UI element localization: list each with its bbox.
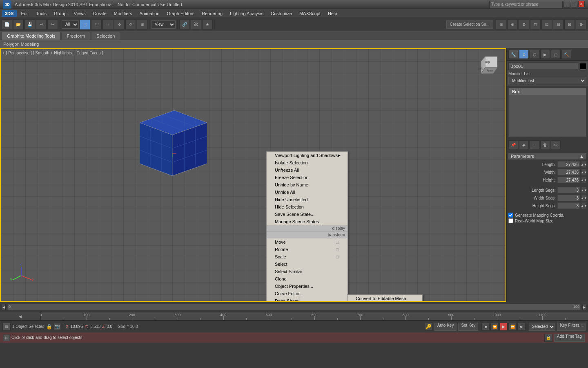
search-box[interactable]: Type a keyword or phrase [489, 1, 563, 8]
menu-group[interactable]: Group [51, 10, 70, 17]
command-panel-motion[interactable]: ▶ [540, 50, 550, 59]
menu-customize[interactable]: Customize [267, 10, 295, 17]
menu-maxscript[interactable]: MAXScript [296, 10, 324, 17]
select-btn[interactable]: ▢ [80, 19, 90, 30]
view-select[interactable]: View [151, 20, 176, 29]
selected-dropdown[interactable]: Selected [529, 323, 555, 331]
link-btn[interactable]: 🔗 [179, 19, 190, 30]
ctx-unfreeze-all[interactable]: Unfreeze All [267, 166, 347, 174]
close-btn[interactable]: ✕ [578, 1, 585, 7]
config-sets-btn[interactable]: ⚙ [551, 140, 561, 149]
auto-key-btn[interactable]: Auto Key [434, 323, 457, 331]
menu-animation[interactable]: Animation [136, 10, 163, 17]
command-panel-utilities[interactable]: 🔨 [561, 50, 571, 59]
ctx-rotate[interactable]: Rotate ▢ [267, 246, 347, 253]
tab-selection[interactable]: Selection [91, 32, 120, 40]
toolbar-extra1[interactable]: ⊞ [496, 19, 506, 30]
key-filters-btn[interactable]: Key Filters... [557, 323, 586, 331]
width-segs-input[interactable] [557, 195, 580, 201]
height-segs-spinner[interactable]: ▲▼ [581, 202, 586, 209]
tab-graphite-modeling[interactable]: Graphite Modeling Tools [2, 32, 60, 40]
main-viewport[interactable]: + [ Perspective ] [ Smooth + Highlights … [0, 48, 506, 302]
toolbar-extra2[interactable]: ⊕ [507, 19, 518, 30]
length-segs-spinner[interactable]: ▲▼ [581, 187, 586, 193]
menu-graph-editors[interactable]: Graph Editors [163, 10, 198, 17]
show-result-btn[interactable]: ◈ [519, 140, 529, 149]
command-panel-create[interactable]: 🔧 [508, 50, 518, 59]
ctx-save-scene[interactable]: Save Scene State... [267, 211, 347, 218]
command-panel-hierarchy[interactable]: ⬡ [530, 50, 539, 59]
add-time-tag-btn[interactable]: Add Time Tag [554, 334, 585, 342]
width-input[interactable] [557, 169, 580, 175]
ctx-isolate-selection[interactable]: Isolate Selection [267, 159, 347, 166]
remove-modifier-btn[interactable]: 🗑 [540, 140, 550, 149]
ctx-object-properties[interactable]: Object Properties... [267, 283, 347, 290]
toolbar-extra6[interactable]: ⊟ [553, 19, 564, 30]
set-key-btn[interactable]: Set Key [458, 323, 478, 331]
menu-lighting[interactable]: Lighting Analysis [227, 10, 267, 17]
make-unique-btn[interactable]: ⬦ [530, 140, 539, 149]
timeline-next-btn[interactable]: ▶ [582, 304, 586, 310]
modifier-dropdown[interactable]: Modifier List [508, 77, 586, 84]
save-btn[interactable]: 💾 [24, 19, 35, 30]
toolbar-extra3[interactable]: ⊗ [519, 19, 529, 30]
ctx-clone[interactable]: Clone [267, 275, 347, 283]
length-segs-input[interactable] [557, 187, 580, 193]
maximize-btn[interactable]: □ [571, 1, 577, 7]
timeline-track[interactable]: 0 100 [7, 304, 581, 310]
ctx-select[interactable]: Select [267, 260, 347, 268]
ctx-convert-mesh[interactable]: Convert to Editable Mesh [347, 295, 422, 302]
cube-object[interactable] [140, 98, 207, 180]
toolbar-extra4[interactable]: ◻ [530, 19, 541, 30]
menu-rendering[interactable]: Rendering [198, 10, 226, 17]
height-input[interactable] [557, 177, 580, 183]
command-panel-display[interactable]: ◻ [551, 50, 561, 59]
anim-prev-btn[interactable]: ⏪ [490, 323, 499, 331]
ctx-curve-editor[interactable]: Curve Editor... [267, 290, 347, 297]
rotate-btn[interactable]: ↻ [125, 19, 136, 30]
gen-mapping-checkbox[interactable] [508, 213, 513, 218]
anim-first-btn[interactable]: ⏮ [481, 323, 490, 331]
filter-select[interactable]: All [62, 20, 79, 29]
open-btn[interactable]: 📂 [13, 19, 24, 30]
width-segs-spinner[interactable]: ▲▼ [581, 195, 586, 201]
ctx-unhide-by-name[interactable]: Unhide by Name [267, 181, 347, 188]
width-spinner[interactable]: ▲▼ [581, 169, 586, 175]
circle-select-btn[interactable]: ○ [102, 19, 113, 30]
menu-create[interactable]: Create [90, 10, 110, 17]
unlink-btn[interactable]: ⛓ [191, 19, 201, 30]
command-panel-modify[interactable]: ⚙ [519, 50, 529, 59]
menu-modifiers[interactable]: Modifiers [111, 10, 136, 17]
anim-next-btn[interactable]: ⏩ [508, 323, 517, 331]
scale-btn[interactable]: ⊞ [137, 19, 147, 30]
object-color-box[interactable] [580, 63, 586, 70]
ctx-freeze-selection[interactable]: Freeze Selection [267, 174, 347, 181]
length-input[interactable] [557, 161, 580, 168]
ctx-move[interactable]: Move ▢ [267, 238, 347, 246]
ctx-hide-unselected[interactable]: Hide Unselected [267, 196, 347, 203]
ctx-viewport-lighting[interactable]: Viewport Lighting and Shadows ▶ [267, 152, 347, 159]
menu-tools[interactable]: Tools [33, 10, 50, 17]
nav-cube[interactable]: Top Front Left [473, 53, 501, 82]
params-collapse-icon[interactable]: ▲ [579, 154, 584, 159]
menu-3ds[interactable]: 3DS [2, 10, 17, 17]
redo-btn[interactable]: ↪ [47, 19, 58, 30]
toolbar-extra5[interactable]: ⊡ [541, 19, 552, 30]
timeline-prev-btn[interactable]: ◀ [2, 304, 6, 310]
height-segs-input[interactable] [557, 202, 580, 209]
length-spinner[interactable]: ▲▼ [581, 161, 586, 168]
create-selection-set[interactable]: Create Selection Se... [446, 20, 493, 29]
object-name-input[interactable] [508, 63, 578, 70]
ctx-dope-sheet[interactable]: Dope Sheet... [267, 297, 347, 302]
rect-select-btn[interactable]: ⬚ [91, 19, 102, 30]
menu-views[interactable]: Views [71, 10, 89, 17]
toolbar-extra8[interactable]: ⊕ [576, 19, 586, 30]
height-spinner[interactable]: ▲▼ [581, 177, 586, 183]
new-btn[interactable]: 📄 [2, 19, 12, 30]
undo-btn[interactable]: ↩ [36, 19, 47, 30]
menu-help[interactable]: Help [325, 10, 341, 17]
ctx-hide-selection[interactable]: Hide Selection [267, 203, 347, 211]
ctx-unhide-all[interactable]: Unhide All [267, 188, 347, 196]
ctx-scale[interactable]: Scale ▢ [267, 253, 347, 260]
modifier-box-item[interactable]: Box [509, 88, 586, 95]
